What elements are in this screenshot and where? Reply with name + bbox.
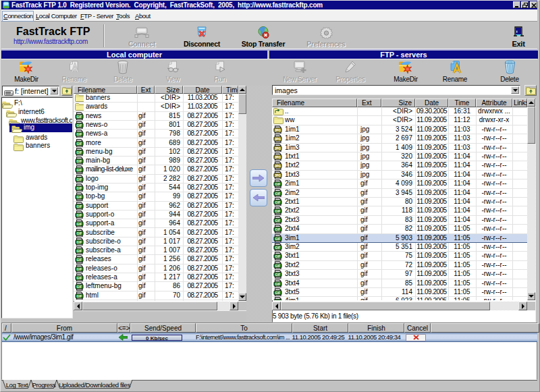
svg-text:GIF: GIF (275, 237, 281, 240)
svg-text:JPG: JPG (275, 129, 281, 132)
svg-text:GIF: GIF (77, 223, 82, 226)
svg-text:GIF: GIF (77, 187, 82, 190)
svg-text:GIF: GIF (275, 246, 281, 250)
svg-text:GIF: GIF (77, 277, 82, 280)
svg-text:GIF: GIF (77, 142, 82, 145)
svg-text:GIF: GIF (275, 219, 281, 223)
svg-text:GIF: GIF (77, 196, 82, 199)
svg-text:GIF: GIF (77, 124, 82, 128)
svg-text:GIF: GIF (77, 241, 82, 244)
svg-text:GIF: GIF (77, 160, 82, 163)
svg-text:GIF: GIF (275, 228, 281, 231)
svg-text:GIF: GIF (77, 177, 82, 181)
svg-text:GIF: GIF (77, 294, 82, 298)
svg-text:GIF: GIF (275, 201, 281, 204)
svg-text:GIF: GIF (77, 267, 82, 271)
svg-text:GIF: GIF (275, 210, 281, 213)
svg-text:GIF: GIF (77, 133, 82, 136)
svg-text:GIF: GIF (77, 250, 82, 253)
svg-text:GIF: GIF (275, 282, 281, 285)
svg-text:GIF: GIF (77, 169, 82, 172)
svg-text:GIF: GIF (77, 258, 82, 262)
svg-text:GIF: GIF (77, 115, 82, 118)
svg-text:GIF: GIF (275, 183, 281, 186)
svg-text:GIF: GIF (77, 204, 82, 208)
svg-text:GIF: GIF (275, 273, 281, 277)
svg-text:JPG: JPG (275, 174, 281, 177)
svg-text:GIF: GIF (77, 214, 82, 217)
svg-text:GIF: GIF (275, 264, 281, 268)
svg-text:GIF: GIF (77, 231, 82, 235)
svg-text:GIF: GIF (77, 151, 82, 155)
svg-text:GIF: GIF (275, 192, 281, 195)
svg-text:GIF: GIF (77, 285, 82, 289)
svg-text:JPG: JPG (275, 165, 281, 168)
svg-text:JPG: JPG (275, 138, 281, 141)
svg-text:GIF: GIF (275, 255, 281, 258)
svg-text:JPG: JPG (275, 146, 281, 150)
svg-text:JPG: JPG (275, 156, 281, 159)
svg-text:GIF: GIF (275, 291, 281, 295)
